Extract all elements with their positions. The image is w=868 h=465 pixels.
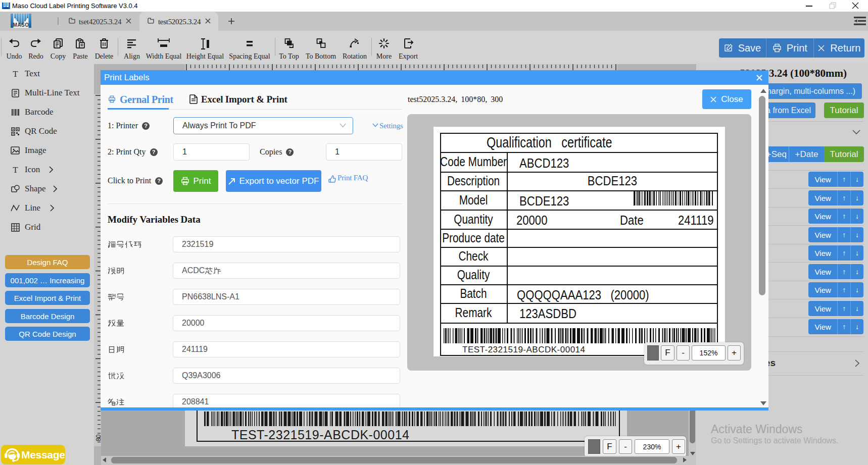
svg-text:T: T xyxy=(13,166,18,174)
svg-text:MASO: MASO xyxy=(13,22,29,28)
svg-text:T: T xyxy=(13,70,18,78)
